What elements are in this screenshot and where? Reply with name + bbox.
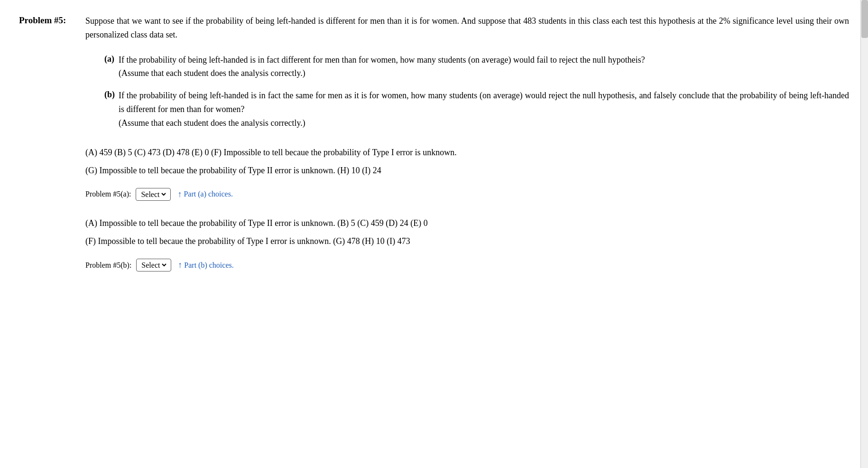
- choices-a-line2: (G) Impossible to tell becaue the probab…: [85, 162, 849, 178]
- scrollbar-thumb[interactable]: [861, 0, 868, 38]
- problem-intro: Suppose that we want to see if the proba…: [85, 14, 849, 42]
- sub-part-b-text: If the probability of being left-handed …: [119, 89, 849, 130]
- sub-part-b: (b) If the probability of being left-han…: [104, 89, 849, 130]
- select-a[interactable]: Select A B C D E F G H I: [139, 190, 167, 199]
- sub-part-a-text: If the probability of being left-handed …: [119, 53, 849, 81]
- problem-label: Problem #5:: [19, 14, 81, 26]
- select-wrapper-b[interactable]: Select A B C D E F G H I: [136, 259, 171, 271]
- choices-a-line1: (A) 459 (B) 5 (C) 473 (D) 478 (E) 0 (F) …: [85, 144, 849, 160]
- part-b-choices-link[interactable]: ↑ Part (b) choices.: [178, 260, 233, 270]
- up-arrow-icon-b: ↑: [178, 260, 182, 270]
- choices-section-a: (A) 459 (B) 5 (C) 473 (D) 478 (E) 0 (F) …: [85, 144, 849, 178]
- sub-parts: (a) If the probability of being left-han…: [104, 53, 849, 130]
- select-wrapper-a[interactable]: Select A B C D E F G H I: [136, 188, 171, 201]
- select-b[interactable]: Select A B C D E F G H I: [139, 261, 168, 270]
- choices-section-b: (A) Impossible to tell becaue the probab…: [85, 215, 849, 249]
- problem-5-container: Problem #5: Suppose that we want to see …: [19, 14, 849, 276]
- problem-content: Suppose that we want to see if the proba…: [85, 14, 849, 276]
- sub-part-a: (a) If the probability of being left-han…: [104, 53, 849, 81]
- answer-row-a: Problem #5(a): Select A B C D E F G H I …: [85, 188, 849, 201]
- answer-row-b: Problem #5(b): Select A B C D E F G H I …: [85, 259, 849, 271]
- answer-a-label: Problem #5(a):: [85, 190, 131, 198]
- up-arrow-icon-a: ↑: [177, 189, 182, 199]
- sub-part-b-label: (b): [104, 89, 119, 100]
- sub-part-a-label: (a): [104, 53, 119, 64]
- part-a-choices-link[interactable]: ↑ Part (a) choices.: [177, 189, 233, 199]
- answer-b-label: Problem #5(b):: [85, 261, 131, 270]
- choices-b-line2: (F) Impossible to tell becaue the probab…: [85, 233, 849, 249]
- choices-b-line1: (A) Impossible to tell becaue the probab…: [85, 215, 849, 231]
- scrollbar[interactable]: [860, 0, 868, 468]
